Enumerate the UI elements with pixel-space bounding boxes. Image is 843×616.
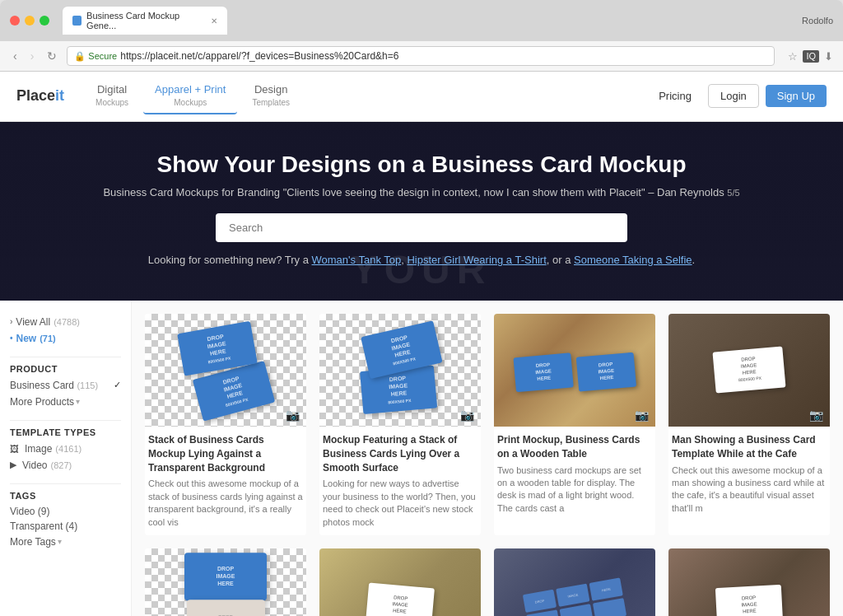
sidebar-product-label: Product bbox=[10, 364, 121, 374]
card-1-desc: Check out this awesome mockup of a stack… bbox=[148, 478, 303, 529]
address-text: https://placeit.net/c/apparel/?f_devices… bbox=[120, 50, 398, 62]
camera-icon-1: 📷 bbox=[286, 408, 300, 422]
chevron-down-icon: ▾ bbox=[76, 397, 80, 406]
card-8[interactable]: DROPIMAGEHERE 📷 Business Man Handing a B… bbox=[668, 548, 830, 616]
signup-button[interactable]: Sign Up bbox=[766, 85, 827, 107]
bc-label: Business Card (115) bbox=[10, 380, 98, 391]
nav-digital[interactable]: DigitalMockups bbox=[84, 78, 140, 114]
main-nav: DigitalMockups Apparel + PrintMockups De… bbox=[84, 78, 649, 114]
sidebar-section-product: Product Business Card (115) ✓ More Produ… bbox=[10, 364, 121, 410]
sidebar-tags-label: Tags bbox=[10, 491, 121, 501]
sidebar-section-types: Template Types 🖼 Image (4161) ▶ Video (8… bbox=[10, 427, 121, 474]
address-icons: ☆ IQ ⬇ bbox=[788, 50, 833, 63]
card-2-title: Mockup Featuring a Stack of Business Car… bbox=[323, 433, 477, 474]
camera-icon-4: 📷 bbox=[809, 408, 823, 422]
browser-window: Business Card Mockup Gene... ✕ Rodolfo ‹… bbox=[0, 0, 843, 616]
card-5-image: DROPIMAGEHERE DROPIMAGEHERE 📷 bbox=[145, 548, 306, 616]
sidebar-view-all[interactable]: › View All (4788) bbox=[10, 314, 121, 330]
sidebar-business-card[interactable]: Business Card (115) ✓ bbox=[10, 377, 121, 394]
sidebar-template-types-label: Template Types bbox=[10, 427, 121, 437]
grid-area: DROPIMAGEHERE800X500 PX DROPIMAGEHERE800… bbox=[132, 301, 843, 616]
search-bar[interactable] bbox=[216, 213, 627, 242]
card-1-body: Stack of Business Cards Mockup Lying Aga… bbox=[145, 427, 306, 535]
camera-icon-3: 📷 bbox=[635, 408, 649, 422]
minimize-button[interactable] bbox=[25, 16, 35, 26]
tab-title: Business Card Mockup Gene... bbox=[86, 11, 203, 30]
card-7-image: DROP IMAGE HERE 📷 bbox=[494, 548, 655, 616]
card-3-body: Print Mockup, Business Cards on a Wooden… bbox=[494, 427, 655, 521]
tag-transparent[interactable]: Transparent (4) bbox=[10, 519, 121, 534]
card-4-image: DROPIMAGEHERE800X500 PX 📷 bbox=[668, 314, 830, 427]
suggestion-text: Looking for something new? Try a Woman's… bbox=[16, 254, 827, 266]
hero-content: Show Your Designs on a Business Card Moc… bbox=[16, 152, 827, 266]
card-6-image: DROPIMAGEHERE 📷 bbox=[319, 548, 481, 616]
card-1-title: Stack of Business Cards Mockup Lying Aga… bbox=[148, 433, 303, 474]
nav-design-sub: Templates bbox=[252, 97, 290, 108]
main-layout: › View All (4788) • New (71) Product bbox=[0, 301, 843, 616]
title-bar: Business Card Mockup Gene... ✕ Rodolfo bbox=[0, 0, 843, 41]
page-content: Placeit DigitalMockups Apparel + PrintMo… bbox=[0, 72, 843, 616]
sidebar-video[interactable]: ▶ Video (827) bbox=[10, 457, 121, 474]
forward-button[interactable]: › bbox=[27, 48, 38, 64]
tab-bar: Business Card Mockup Gene... ✕ bbox=[63, 7, 795, 35]
sidebar-section-nav: › View All (4788) • New (71) bbox=[10, 314, 121, 347]
card-3[interactable]: DROPIMAGEHERE DROPIMAGEHERE 📷 Print bbox=[494, 314, 655, 535]
hero-title: Show Your Designs on a Business Card Moc… bbox=[16, 152, 827, 178]
sidebar-more-products[interactable]: More Products ▾ bbox=[10, 394, 121, 410]
card-3-title: Print Mockup, Business Cards on a Wooden… bbox=[497, 433, 652, 461]
sidebar-image[interactable]: 🖼 Image (4161) bbox=[10, 441, 121, 457]
favicon bbox=[72, 16, 82, 26]
video-icon: ▶ bbox=[10, 460, 16, 470]
maximize-button[interactable] bbox=[40, 16, 49, 26]
card-7[interactable]: DROP IMAGE HERE 📷 Bu bbox=[494, 548, 655, 616]
user-name: Rodolfo bbox=[802, 16, 833, 26]
suggestion-link-3[interactable]: Someone Taking a Selfie bbox=[574, 254, 692, 266]
sidebar-more-tags[interactable]: More Tags ▾ bbox=[10, 534, 121, 550]
lock-icon: 🔒 bbox=[74, 51, 86, 62]
suggestion-link-2[interactable]: Hipster Girl Wearing a T-Shirt bbox=[407, 254, 546, 266]
card-4[interactable]: DROPIMAGEHERE800X500 PX 📷 Man Showing a … bbox=[668, 314, 830, 535]
download-icon[interactable]: ⬇ bbox=[824, 50, 833, 63]
address-bar: ‹ › ↻ 🔒 Secure https://placeit.net/c/app… bbox=[0, 41, 843, 72]
header-actions: Pricing Login Sign Up bbox=[649, 84, 827, 108]
card-1[interactable]: DROPIMAGEHERE800X500 PX DROPIMAGEHERE800… bbox=[145, 314, 306, 535]
address-input[interactable]: 🔒 Secure https://placeit.net/c/apparel/?… bbox=[67, 46, 775, 66]
tab-close-icon[interactable]: ✕ bbox=[211, 16, 217, 26]
card-2-image: DROPIMAGEHERE800X500 PX DROPIMAGEHERE800… bbox=[319, 314, 481, 427]
sidebar-new[interactable]: • New (71) bbox=[10, 330, 121, 347]
card-6[interactable]: DROPIMAGEHERE 📷 Man Handing a Business C… bbox=[319, 548, 481, 616]
tag-video[interactable]: Video (9) bbox=[10, 504, 121, 519]
suggestion-link-1[interactable]: Woman's Tank Top bbox=[312, 254, 402, 266]
hero-section: Show Your Designs on a Business Card Moc… bbox=[0, 122, 843, 301]
search-input[interactable] bbox=[229, 222, 614, 234]
card-3-desc: Two business card mockups are set on a w… bbox=[497, 464, 652, 516]
card-4-title: Man Showing a Business Card Template Whi… bbox=[672, 433, 827, 461]
secure-badge: 🔒 Secure bbox=[74, 51, 117, 62]
hero-subtitle-suffix: 5/5 bbox=[727, 188, 739, 198]
refresh-button[interactable]: ↻ bbox=[44, 48, 60, 64]
nav-apparel[interactable]: Apparel + PrintMockups bbox=[143, 78, 237, 114]
bookmark-icon[interactable]: ☆ bbox=[788, 50, 798, 63]
back-button[interactable]: ‹ bbox=[10, 48, 21, 64]
site-header: Placeit DigitalMockups Apparel + PrintMo… bbox=[0, 72, 843, 122]
card-4-desc: Check out this awesome mockup of a man s… bbox=[672, 464, 827, 516]
browser-tab[interactable]: Business Card Mockup Gene... ✕ bbox=[63, 7, 227, 35]
card-grid: DROPIMAGEHERE800X500 PX DROPIMAGEHERE800… bbox=[145, 314, 830, 616]
nav-digital-sub: Mockups bbox=[95, 97, 128, 108]
camera-icon-2: 📷 bbox=[460, 408, 474, 422]
iq-icon[interactable]: IQ bbox=[803, 50, 819, 63]
card-1-image: DROPIMAGEHERE800X500 PX DROPIMAGEHERE800… bbox=[145, 314, 306, 427]
card-3-image: DROPIMAGEHERE DROPIMAGEHERE 📷 bbox=[494, 314, 655, 427]
card-2-body: Mockup Featuring a Stack of Business Car… bbox=[319, 427, 481, 535]
chevron-down-icon-2: ▾ bbox=[58, 537, 62, 546]
card-2[interactable]: DROPIMAGEHERE800X500 PX DROPIMAGEHERE800… bbox=[319, 314, 481, 535]
close-button[interactable] bbox=[10, 16, 20, 26]
hero-subtitle: Business Card Mockups for Branding "Clie… bbox=[16, 186, 827, 198]
card-5[interactable]: DROPIMAGEHERE DROPIMAGEHERE 📷 Stacks bbox=[145, 548, 306, 616]
card-4-body: Man Showing a Business Card Template Whi… bbox=[668, 427, 830, 521]
login-button[interactable]: Login bbox=[708, 84, 759, 108]
pricing-button[interactable]: Pricing bbox=[649, 85, 701, 107]
site-logo[interactable]: Placeit bbox=[16, 87, 64, 105]
card-8-image: DROPIMAGEHERE 📷 bbox=[668, 548, 830, 616]
nav-design[interactable]: DesignTemplates bbox=[240, 78, 301, 114]
